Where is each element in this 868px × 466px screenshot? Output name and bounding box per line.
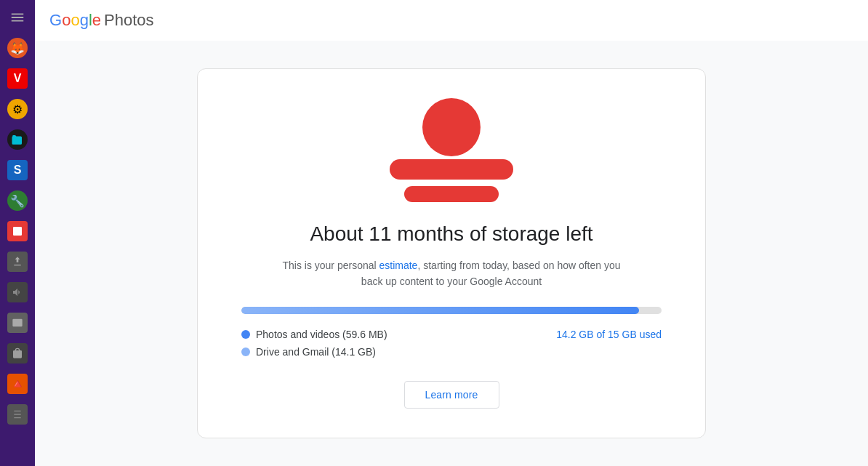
sidebar: 🦊 V ⚙ S 🔧: [0, 0, 35, 466]
avatar-illustration: [390, 98, 513, 202]
g-red2: e: [92, 11, 101, 29]
cone-icon: 🔺: [7, 374, 28, 394]
download-icon: [7, 252, 28, 272]
sidebar-wrench[interactable]: 🔧: [3, 186, 32, 215]
sidebar-cone[interactable]: 🔺: [3, 369, 32, 398]
g-blue: G: [49, 11, 62, 29]
photos-text: Photos: [104, 11, 154, 30]
progress-bar-fill: [241, 307, 639, 314]
s-app-icon: S: [7, 160, 28, 180]
sidebar-firefox[interactable]: 🦊: [3, 33, 32, 63]
header: Google Photos: [35, 0, 868, 41]
content-area: About 11 months of storage left This is …: [35, 41, 868, 466]
google-text: Google: [49, 11, 101, 30]
sidebar-red-app[interactable]: [3, 217, 32, 246]
drive-storage-left: Drive and Gmail (14.1 GB): [241, 346, 376, 358]
firefox-icon: 🦊: [7, 38, 28, 58]
drive-label: Drive and Gmail (14.1 GB): [256, 346, 376, 358]
storage-card: About 11 months of storage left This is …: [197, 68, 706, 439]
google-logo: Google Photos: [49, 11, 154, 30]
drive-storage-row: Drive and Gmail (14.1 GB): [241, 346, 662, 358]
sidebar-gray-app[interactable]: [3, 308, 32, 337]
storage-details: Photos and videos (59.6 MB) 14.2 GB of 1…: [241, 329, 662, 358]
avatar-line2: [404, 186, 499, 202]
sidebar-speaker[interactable]: [3, 278, 32, 307]
subtitle-part1: This is your personal: [282, 260, 379, 271]
photos-label: Photos and videos (59.6 MB): [256, 329, 387, 340]
main-content: Google Photos About 11 months of storage…: [35, 0, 868, 466]
photos-storage-row: Photos and videos (59.6 MB) 14.2 GB of 1…: [241, 329, 662, 340]
g-red: o: [62, 11, 71, 29]
sidebar-download[interactable]: [3, 247, 32, 276]
storage-title: About 11 months of storage left: [310, 222, 592, 246]
speaker-icon: [7, 282, 28, 302]
files-icon: [7, 7, 28, 28]
photos-usage: 14.2 GB of 15 GB used: [556, 329, 662, 340]
wrench-icon: 🔧: [7, 190, 28, 211]
sidebar-bag[interactable]: [3, 339, 32, 368]
gray-app-icon: [7, 313, 28, 333]
drive-dot: [241, 348, 250, 356]
vivaldi-icon: V: [7, 68, 28, 89]
learn-more-button[interactable]: Learn more: [404, 381, 499, 409]
sidebar-s[interactable]: S: [3, 156, 32, 185]
photos-dot: [241, 330, 250, 339]
storage-subtitle: This is your personal estimate, starting…: [277, 257, 626, 290]
bag-icon: [7, 343, 28, 363]
g-yellow: o: [71, 11, 79, 29]
camera-icon: [7, 129, 28, 150]
sidebar-camera[interactable]: [3, 125, 32, 154]
bottom-app-icon: [7, 404, 28, 425]
storage-progress-container: [241, 307, 662, 314]
photos-storage-left: Photos and videos (59.6 MB): [241, 329, 387, 340]
avatar-head: [422, 98, 481, 156]
avatar-body: [390, 159, 513, 180]
progress-bar-background: [241, 307, 662, 314]
sidebar-bottom-app[interactable]: [3, 400, 32, 429]
sidebar-files[interactable]: [3, 3, 32, 32]
sidebar-gear[interactable]: ⚙: [3, 95, 32, 124]
sidebar-vivaldi[interactable]: V: [3, 64, 32, 93]
red-app-icon: [7, 221, 28, 241]
gear-icon: ⚙: [7, 99, 28, 119]
g-blue2: g: [80, 11, 89, 29]
subtitle-highlight: estimate: [379, 260, 418, 271]
